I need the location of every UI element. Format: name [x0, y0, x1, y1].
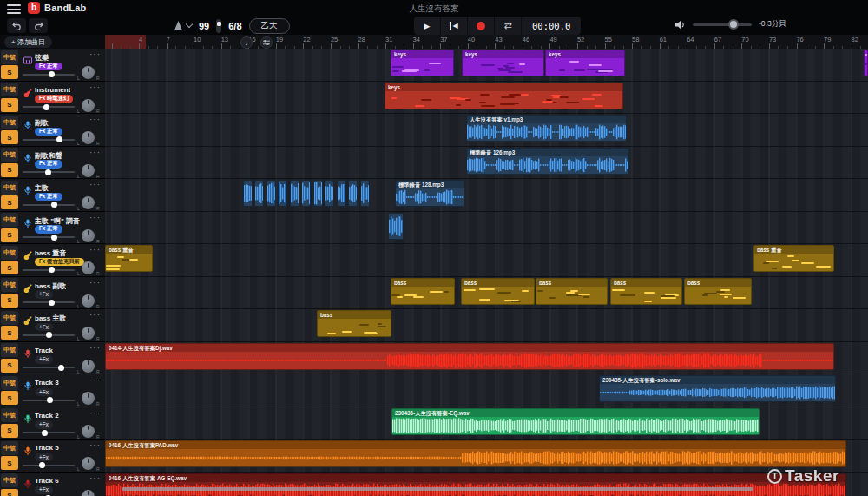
solo-button[interactable]: S	[1, 326, 18, 340]
midi-clip[interactable]: keys	[462, 50, 544, 76]
pan-knob[interactable]	[82, 261, 95, 274]
pan-knob[interactable]	[82, 490, 95, 496]
audio-clip[interactable]: 0414-人生沒有答案Dj.wav	[105, 343, 834, 370]
audio-clip[interactable]: 標準錄音 128.mp3	[395, 180, 464, 207]
solo-button[interactable]: S	[1, 65, 18, 79]
track-volume-slider[interactable]	[23, 367, 75, 368]
pan-knob[interactable]	[82, 164, 95, 177]
settings-tool-button[interactable]	[260, 36, 273, 49]
track-header-bass 重音[interactable]: 中號Sbass 重音···Fx 復古放克貝斯LR	[0, 244, 105, 277]
track-menu-button[interactable]: ···	[89, 180, 101, 189]
add-track-button[interactable]: + 添加曲目	[4, 36, 52, 48]
mute-button[interactable]: 中號	[1, 116, 18, 129]
audio-clip[interactable]: 230436-人生沒有答案-EQ.wav	[391, 408, 760, 435]
pan-knob[interactable]	[82, 131, 95, 144]
play-button[interactable]: ▶	[414, 17, 441, 35]
solo-button[interactable]: S	[1, 456, 18, 470]
solo-button[interactable]: S	[1, 294, 18, 308]
pan-knob[interactable]	[82, 294, 95, 308]
track-header-Track 2[interactable]: 中號STrack 2···+FxLR	[0, 407, 105, 440]
bpm-fader[interactable]	[216, 19, 221, 33]
audio-clip[interactable]: 人生沒有答案 v1.mp3	[466, 115, 627, 142]
audio-clip[interactable]	[254, 180, 264, 207]
track-header-主歌 "啊" 調音[interactable]: 中號S主歌 "啊" 調音···Fx 正常LR	[0, 212, 105, 245]
mute-button[interactable]: 中號	[1, 408, 18, 422]
mute-button[interactable]: 中號	[1, 246, 18, 260]
track-header-Instrument[interactable]: 中號SInstrument···Fx 時髦迷幻LR	[0, 82, 105, 115]
go-to-start-button[interactable]: ◀	[441, 17, 468, 35]
horizontal-scrollbar[interactable]	[122, 487, 753, 491]
fx-badge[interactable]: +Fx	[35, 355, 53, 364]
midi-clip[interactable]: bass	[610, 278, 682, 305]
metronome-button[interactable]	[174, 21, 192, 30]
midi-clip[interactable]: bass	[391, 278, 455, 305]
mute-button[interactable]: 中號	[1, 311, 18, 325]
audio-clip[interactable]	[301, 180, 311, 207]
track-menu-button[interactable]: ···	[89, 278, 101, 288]
track-volume-slider[interactable]	[23, 106, 75, 108]
track-volume-slider[interactable]	[23, 432, 75, 433]
audio-clip[interactable]: 230435-人生沒有答案-solo.wav	[599, 375, 836, 402]
fx-badge[interactable]: +Fx	[35, 453, 53, 462]
audio-clip[interactable]	[348, 180, 358, 207]
key-button[interactable]: 乙大	[249, 18, 290, 34]
fx-badge[interactable]: +Fx	[35, 486, 53, 494]
pan-knob[interactable]	[82, 392, 95, 405]
track-volume-slider[interactable]	[23, 74, 75, 76]
track-header-bass 主歌[interactable]: 中號Sbass 主歌···+FxLR	[0, 309, 105, 342]
master-volume-slider[interactable]	[693, 23, 752, 26]
track-menu-button[interactable]: ···	[89, 148, 101, 157]
track-volume-slider[interactable]	[23, 301, 75, 303]
fx-badge[interactable]: Fx 正常	[35, 160, 62, 169]
track-header-Track 6[interactable]: 中號STrack 6···+FxLR	[0, 473, 105, 496]
midi-clip[interactable]: bass	[461, 278, 535, 305]
undo-button[interactable]	[7, 18, 26, 33]
fx-badge[interactable]: +Fx	[35, 388, 53, 397]
record-button[interactable]	[468, 17, 495, 35]
track-header-Track 3[interactable]: 中號STrack 3···+FxLR	[0, 374, 105, 407]
redo-button[interactable]	[29, 18, 48, 33]
solo-button[interactable]: S	[1, 195, 18, 209]
mute-button[interactable]: 中號	[1, 83, 18, 96]
pan-knob[interactable]	[82, 457, 95, 470]
fx-badge[interactable]: Fx 時髦迷幻	[35, 95, 73, 103]
track-header-弦樂[interactable]: 中號S弦樂···Fx 正常LR	[0, 49, 105, 82]
midi-clip[interactable]: bass 重音	[105, 245, 153, 272]
track-header-副歌[interactable]: 中號S副歌···Fx 正常LR	[0, 114, 105, 147]
fx-badge[interactable]: Fx 正常	[35, 128, 62, 136]
pan-knob[interactable]	[82, 196, 95, 209]
pan-knob[interactable]	[82, 360, 95, 373]
mute-button[interactable]: 中號	[1, 343, 18, 357]
track-header-Track[interactable]: 中號STrack···+FxLR	[0, 342, 105, 375]
fx-badge[interactable]: Fx 正常	[35, 63, 62, 71]
track-header-主歌[interactable]: 中號S主歌···Fx 正常LR	[0, 179, 105, 212]
midi-clip[interactable]: keys	[385, 83, 623, 109]
mute-button[interactable]: 中號	[1, 278, 18, 292]
track-menu-button[interactable]: ···	[89, 375, 101, 385]
track-volume-slider[interactable]	[23, 236, 75, 238]
midi-clip[interactable]: bass	[536, 278, 608, 305]
solo-button[interactable]: S	[1, 98, 18, 112]
pan-knob[interactable]	[82, 327, 95, 340]
mute-button[interactable]: 中號	[1, 473, 18, 487]
audio-clip[interactable]: 0416-人生沒有答案PAD.wav	[105, 440, 846, 467]
pan-knob[interactable]	[82, 425, 95, 438]
solo-button[interactable]: S	[1, 424, 18, 438]
track-volume-slider[interactable]	[23, 204, 75, 206]
mute-button[interactable]: 中號	[1, 441, 18, 455]
fx-badge[interactable]: +Fx	[35, 420, 53, 429]
solo-button[interactable]: S	[1, 391, 18, 405]
timeline-ruler[interactable]: 4710131619222528313437404346495255586164…	[105, 35, 868, 49]
time-signature[interactable]: 6/8	[228, 21, 241, 31]
fx-badge[interactable]: Fx 正常	[35, 225, 62, 234]
track-volume-slider[interactable]	[23, 334, 75, 336]
track-menu-button[interactable]: ···	[89, 83, 101, 92]
bpm-value[interactable]: 99	[199, 21, 209, 31]
solo-button[interactable]: S	[1, 261, 18, 274]
track-volume-slider[interactable]	[23, 269, 75, 271]
midi-clip[interactable]: bass	[317, 310, 391, 337]
audio-clip[interactable]	[278, 180, 287, 207]
track-volume-slider[interactable]	[23, 465, 75, 466]
fx-badge[interactable]: +Fx	[35, 323, 53, 332]
audio-clip[interactable]	[388, 213, 404, 240]
